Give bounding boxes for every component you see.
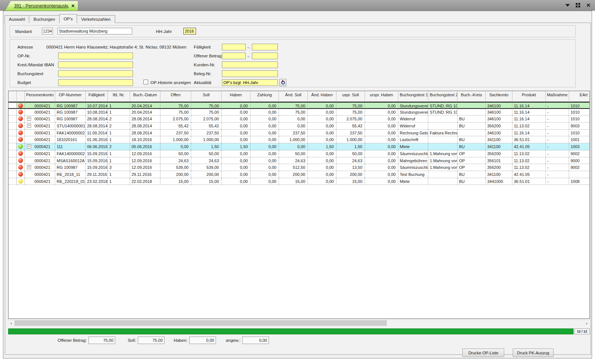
cell-text2[interactable] <box>428 136 458 143</box>
cell-datum[interactable]: 20.04.2014 <box>130 102 160 109</box>
cell-urspr_haben[interactable]: 0,00 <box>365 143 398 150</box>
column-header-text1[interactable]: Buchungstext 1 <box>398 91 428 101</box>
cell-sachkonto[interactable]: 356200 <box>486 150 512 157</box>
cell-produkt[interactable]: 11.16.14 <box>512 116 546 123</box>
cell-status[interactable] <box>17 164 25 171</box>
tab-ops[interactable]: OP's <box>59 14 77 23</box>
cell-offen[interactable]: 2.075,00 <box>160 116 191 123</box>
row-selector[interactable] <box>9 171 17 178</box>
cell-soll[interactable]: 2.075,00 <box>191 116 222 123</box>
document-tab[interactable]: 391 - Personenkontenauskunft(... ✕ <box>5 1 78 11</box>
cell-urspr_haben[interactable]: 0,00 <box>365 150 398 157</box>
cell-soll[interactable]: 237,50 <box>191 130 222 137</box>
scroll-left-icon[interactable]: ‹ <box>8 320 14 326</box>
cell-konto[interactable]: 0000421 <box>25 102 55 109</box>
cell-status[interactable] <box>17 102 25 109</box>
cell-eart[interactable]: 9002 <box>569 150 590 157</box>
cell-text2[interactable]: 1.Mahnung vom <box>428 150 458 157</box>
cell-zahlung[interactable]: 0,00 <box>250 130 279 137</box>
cell-haben[interactable]: 0,00 <box>222 116 250 123</box>
table-row[interactable]: +0000421RG 10098715.09.2016312.09.201653… <box>9 164 589 171</box>
scrollbar-thumb[interactable] <box>14 320 387 326</box>
cell-aend_soll[interactable]: 0,00 <box>279 123 308 130</box>
cell-faellig[interactable]: 29.11.2016 <box>86 171 108 178</box>
cell-datum[interactable]: 12.09.2016 <box>130 150 160 157</box>
cell-text2[interactable]: Faktura Rechnr. <box>428 130 458 137</box>
cell-faellig[interactable]: 15.09.2016 <box>86 157 108 164</box>
cell-lfd[interactable]: 2 <box>108 116 130 123</box>
cell-aend_haben[interactable]: 1,50 <box>308 143 336 150</box>
cell-status[interactable] <box>17 178 25 185</box>
cell-produkt[interactable]: 42.41.05 <box>512 143 546 150</box>
cell-sachkonto[interactable]: 346100 <box>486 116 512 123</box>
cell-status[interactable] <box>17 130 25 137</box>
cell-soll[interactable]: 50,00 <box>191 150 222 157</box>
cell-produkt[interactable]: 11.16.14 <box>512 130 546 137</box>
cell-text1[interactable]: Stundungsvereir <box>398 102 428 109</box>
cell-op[interactable]: RG 100987 <box>55 109 86 116</box>
cell-faellig[interactable]: 23.02.2018 <box>86 178 108 185</box>
cell-aend_soll[interactable]: 0,00 <box>279 143 308 150</box>
cell-kreis[interactable]: BU <box>458 116 486 123</box>
cell-zahlung[interactable]: 0,00 <box>250 150 279 157</box>
cell-uspr_soll[interactable]: 1,50 <box>336 143 365 150</box>
cell-kreis[interactable]: BU <box>458 171 486 178</box>
cell-kreis[interactable]: OP <box>458 164 486 171</box>
cell-text2[interactable]: STUND.:RG 10 <box>428 102 458 109</box>
window-close-icon[interactable]: ✕ <box>586 3 591 8</box>
cell-aend_haben[interactable]: 0,00 <box>308 178 336 185</box>
cell-massnahme[interactable]: - <box>546 109 569 116</box>
cell-aend_haben[interactable]: 0,00 <box>308 150 336 157</box>
row-selector[interactable] <box>9 178 17 185</box>
cell-eart[interactable]: 1008 <box>569 178 590 185</box>
cell-lfd[interactable]: 1 <box>108 150 130 157</box>
row-selector[interactable] <box>9 116 17 123</box>
cell-haben[interactable]: 1,50 <box>222 143 250 150</box>
cell-faellig[interactable]: 01.06.2016 <box>86 136 108 143</box>
cell-faellig[interactable]: 28.08.2014 <box>86 123 108 130</box>
cell-aend_haben[interactable]: 0,00 <box>308 130 336 137</box>
cell-uspr_soll[interactable]: 200,00 <box>336 171 365 178</box>
cell-soll[interactable]: 1,50 <box>191 143 222 150</box>
cell-urspr_haben[interactable]: 0,00 <box>365 178 398 185</box>
column-header-op[interactable]: OP-Nummer <box>55 91 86 101</box>
cell-produkt[interactable]: 11.13.02 <box>512 150 546 157</box>
row-selector[interactable] <box>9 136 17 143</box>
cell-op[interactable]: RG 100987 <box>55 116 86 123</box>
column-header-produkt[interactable]: Produkt <box>512 91 546 101</box>
cell-faellig[interactable]: 11.09.2014 <box>86 130 108 137</box>
cell-op[interactable]: MSAS160012A <box>55 157 86 164</box>
column-header-urspr_haben[interactable]: urspr. Haben <box>365 91 398 101</box>
cell-offen[interactable]: 15,00 <box>160 178 191 185</box>
cell-massnahme[interactable]: - <box>546 157 569 164</box>
column-header-soll[interactable]: Soll <box>191 91 222 101</box>
cell-offen[interactable]: 24,63 <box>160 157 191 164</box>
cell-aend_haben[interactable]: 0,00 <box>308 116 336 123</box>
cell-op[interactable]: 181020161 <box>55 136 86 143</box>
offener-betrag-from-input[interactable] <box>222 53 246 59</box>
print-op-list-button[interactable]: Drucke OP-Liste <box>462 348 504 357</box>
row-selector[interactable] <box>9 102 17 109</box>
cell-datum[interactable]: 18.10.2016 <box>130 136 160 143</box>
cell-konto[interactable]: 0000421 <box>25 150 55 157</box>
cell-kreis[interactable] <box>458 109 486 116</box>
cell-uspr_soll[interactable]: 2.075,00 <box>336 116 365 123</box>
cell-kreis[interactable]: OP <box>458 157 486 164</box>
cell-urspr_haben[interactable]: 0,00 <box>365 123 398 130</box>
cell-sachkonto[interactable]: 341100 <box>486 136 512 143</box>
cell-eart[interactable]: 1010 <box>569 109 590 116</box>
cell-eart[interactable] <box>569 171 590 178</box>
cell-faellig[interactable]: 10.07.2014 <box>86 102 108 109</box>
cell-kreis[interactable]: OP <box>458 150 486 157</box>
cell-status[interactable] <box>17 157 25 164</box>
cell-massnahme[interactable]: - <box>546 123 569 130</box>
cell-konto[interactable]: 0000421 <box>25 171 55 178</box>
cell-sachkonto[interactable]: 356101 <box>486 157 512 164</box>
cell-aend_haben[interactable]: 0,00 <box>308 164 336 171</box>
cell-text2[interactable] <box>428 171 458 178</box>
column-header-eart[interactable]: EArt <box>569 91 590 101</box>
cell-op[interactable]: RG 100987 <box>55 164 86 171</box>
cell-text1[interactable]: Widerruf <box>398 123 428 130</box>
aktualitaet-input[interactable] <box>222 79 278 86</box>
column-header-haben[interactable]: Haben <box>222 91 250 101</box>
